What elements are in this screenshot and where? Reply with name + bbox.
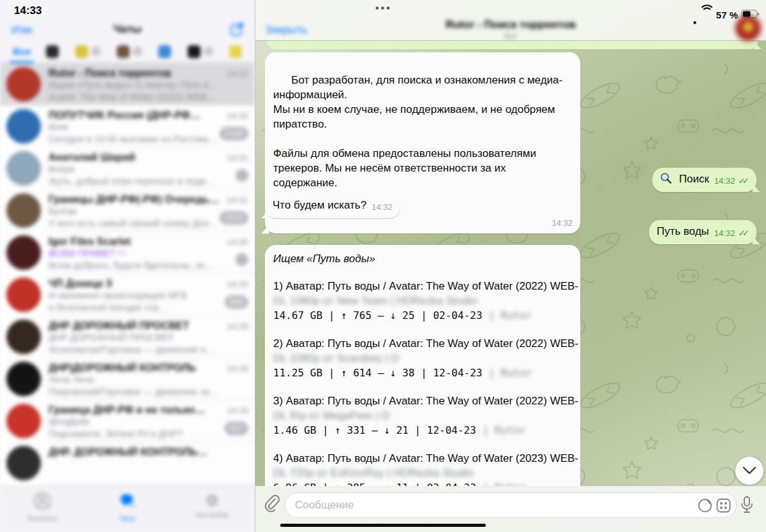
folder-tab[interactable]: [229, 45, 242, 58]
folder-emoji-icon: [75, 45, 88, 58]
chat-name: ПОПУТЧИК Россия (ДНР-РФ…: [49, 110, 223, 121]
compose-icon[interactable]: [229, 22, 244, 40]
chat-preview-line1: Булгак: [49, 205, 248, 218]
system-status-cluster: 57 %: [701, 4, 760, 26]
chat-avatar: [6, 446, 41, 480]
result-title: 4) Аватар: Путь воды / Avatar: The Way o…: [273, 451, 572, 466]
chat-preview-line1: ВСЕМ ПРИВЕТ ! !: [49, 248, 248, 260]
chat-name: Igor Files Scarlet: [49, 236, 223, 248]
wifi-icon: [701, 4, 713, 26]
result-title-blurred-link[interactable]: DL 1080p от Scarabey | D: [273, 351, 572, 366]
chat-preview-line1: @mgfprbt: [49, 416, 248, 428]
chat-time: 14:31: [227, 195, 248, 205]
chat-name: ЧП Донецк З: [49, 278, 223, 290]
tab-settings[interactable]: ⚙ Настройки: [184, 492, 241, 519]
message-input[interactable]: [285, 492, 737, 518]
chat-avatar: [6, 151, 41, 186]
folder-emoji-icon: [229, 45, 242, 58]
contacts-icon: [34, 492, 51, 512]
tab-chats-label: Чаты: [119, 514, 135, 522]
folder-tab[interactable]: [46, 45, 59, 58]
chat-list-item[interactable]: Rutor - Поиск торрентов 14:32 Ищем «Путь…: [0, 63, 255, 105]
tab-contacts[interactable]: Контакты: [14, 492, 71, 522]
result-stats-text: 11.25 GB | ↑ 614 – ↓ 38 | 12-04-23: [273, 367, 483, 379]
chat-name: Границы ДНР-РФ(-РФ) Очередь…: [49, 194, 223, 205]
chat-time: 14:31: [227, 153, 248, 163]
chat-list-panel: 14:33 Изм. Чаты Все: [0, 0, 255, 532]
read-checkmarks-icon: ✓✓: [738, 228, 746, 238]
chat-time: 14:28: [227, 406, 248, 415]
folder-tab-all[interactable]: Все: [13, 46, 31, 57]
result-tracker-link[interactable]: | Rutor: [489, 309, 532, 321]
chat-name: Rutor - Поиск торрентов: [49, 68, 223, 79]
result-title-blurred-link[interactable]: DL Rip от MegaPeer | D: [273, 408, 572, 423]
results-header: Ищем «Путь воды»: [273, 251, 572, 266]
result-stats-text: 1.46 GB | ↑ 331 – ↓ 21 | 12-04-23: [273, 424, 476, 436]
chat-list-item[interactable]: Граница ДНР-РФ и не только… 14:28 @mgfpr…: [0, 400, 255, 442]
chat-avatar: [6, 109, 41, 144]
chat-preview-line1: Юля: [49, 121, 248, 133]
home-indicator[interactable]: [280, 524, 486, 527]
result-stats-text: 14.67 GB | ↑ 765 – ↓ 25 | 02-04-23: [273, 309, 483, 321]
chat-preview-line1: И напомнил происходящее МГБ: [49, 290, 248, 302]
chats-title: Чаты: [0, 23, 255, 36]
results-list: 1) Аватар: Путь воды / Avatar: The Way o…: [273, 279, 572, 486]
result-item: 3) Аватар: Путь воды / Avatar: The Way o…: [273, 394, 572, 438]
result-tracker-link[interactable]: | Rutor: [483, 424, 525, 436]
scroll-to-bottom-button[interactable]: [735, 457, 763, 485]
chat-list-item[interactable]: ДНР|ДОРОЖНЫЙ КОНТРОЛЬ 14:28 Лена Лена По…: [0, 358, 255, 400]
chat-list-item[interactable]: Границы ДНР-РФ(-РФ) Очередь… 14:31 Булга…: [0, 189, 255, 232]
chat-time: 14:29: [227, 321, 248, 331]
battery-percent: 57 %: [716, 10, 738, 20]
result-title-blurred-link[interactable]: DL 1080p от New Team | HDRezka Studio: [273, 293, 572, 308]
message-time: 14:32: [714, 176, 735, 186]
chat-avatar: [6, 193, 41, 228]
chat-time: 14:28: [227, 364, 248, 373]
chat-list-item[interactable]: ЧП Донецк З 14:30 И напомнил происходяще…: [0, 274, 255, 316]
chat-list-item[interactable]: ДНР ДОРОЖНЫЙ ПРОСВЕТ 14:29 ДНР ДОРОЖНЫЙ …: [0, 316, 255, 358]
chat-name: Анатолий Шарий: [49, 152, 223, 163]
chat-name: Граница ДНР-РФ и не только…: [49, 404, 223, 416]
folder-tabs: Все: [0, 41, 255, 63]
result-item: 4) Аватар: Путь воды / Avatar: The Way o…: [273, 451, 572, 486]
chat-preview-line2: Покровский/Горловка — движение за…: [49, 386, 248, 398]
chat-avatar: [6, 362, 41, 396]
folder-tab[interactable]: [75, 45, 101, 58]
sidebar-header: Изм. Чаты: [0, 19, 255, 41]
unread-badge: 866: [225, 295, 248, 309]
close-button[interactable]: Закрыть: [266, 24, 307, 36]
chat-list-item[interactable]: Igor Files Scarlet 14:30 ВСЕМ ПРИВЕТ ! !…: [0, 232, 255, 274]
tab-chats[interactable]: Чаты: [99, 492, 156, 522]
telegram-app: 14:33 Изм. Чаты Все: [0, 0, 766, 532]
unread-badge: 2188: [220, 127, 248, 140]
chat-preview-line2: Всем доброго, будьте бдительны, знай…: [49, 260, 248, 272]
result-title-blurred-link[interactable]: DL 720p от ExKinoRay | HDRezka Studio: [273, 466, 572, 480]
chat-title-box[interactable]: Rutor - Поиск торрентов бот: [332, 18, 689, 41]
chat-list-item[interactable]: Анатолий Шарий 14:31 Вчера Жуть, добрый …: [0, 147, 255, 189]
folder-tab[interactable]: [158, 45, 171, 58]
chat-preview-line2: Подскажите, Эл/эни Рп в ДНР?: [49, 428, 248, 440]
microphone-icon[interactable]: [739, 496, 755, 518]
folder-tab[interactable]: [117, 45, 142, 58]
attach-paperclip-icon[interactable]: [263, 494, 280, 515]
chat-time: 14:30: [227, 279, 248, 289]
chat-preview-line2: Жуть, добрый план переехал в подвальное…: [49, 175, 248, 188]
folder-tab-list: [46, 45, 242, 58]
chat-time: 14:30: [227, 237, 248, 247]
battery-icon: [741, 10, 760, 20]
multitask-handle[interactable]: •••: [375, 3, 392, 14]
sticker-icon[interactable]: [698, 498, 712, 515]
chat-list-item[interactable]: ПОПУТЧИК Россия (ДНР-РФ… 14:32 Юля Сегод…: [0, 105, 255, 147]
bottom-tab-bar: Контакты Чаты ⚙ Настройки: [0, 486, 255, 532]
folder-tab[interactable]: [188, 45, 213, 58]
message-time: 14:32: [372, 202, 393, 212]
chat-list-item[interactable]: ДНР. ДОРОЖНЫЙ КОНТРОЛЬ…: [0, 442, 255, 484]
chat-subtitle: бот: [332, 31, 689, 41]
result-tracker-link[interactable]: | Rutor: [483, 482, 525, 486]
bot-message-ask: Что будем искать?14:32: [265, 194, 400, 218]
chat-preview-line1: Лена Лена: [49, 374, 248, 386]
user-message-query: Путь воды14:32✓✓: [649, 220, 756, 244]
bot-commands-icon[interactable]: [716, 498, 731, 515]
result-tracker-link[interactable]: | Rutor: [489, 367, 532, 379]
chat-preview-line1: ДНР ДОРОЖНЫЙ ПРОСВЕТ: [49, 332, 248, 344]
